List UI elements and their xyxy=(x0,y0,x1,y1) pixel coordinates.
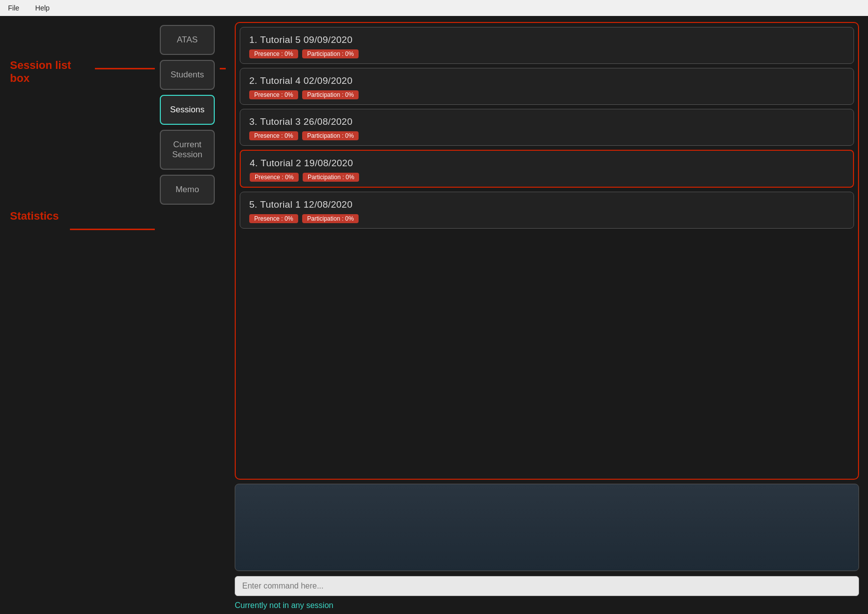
participation-badge: Participation : 0% xyxy=(303,173,359,182)
menu-bar: File Help xyxy=(0,0,868,16)
command-bar xyxy=(235,576,859,596)
session-badges: Presence : 0%Participation : 0% xyxy=(249,214,845,223)
sidebar: ATAS Students Sessions Current Session M… xyxy=(155,16,220,614)
detail-area xyxy=(235,484,859,571)
status-text: Currently not in any session xyxy=(235,601,333,610)
session-item[interactable]: 4. Tutorial 2 19/08/2020Presence : 0%Par… xyxy=(240,150,854,188)
participation-badge: Participation : 0% xyxy=(302,214,359,223)
presence-badge: Presence : 0% xyxy=(249,90,298,99)
presence-badge: Presence : 0% xyxy=(249,131,298,140)
session-badges: Presence : 0%Participation : 0% xyxy=(249,131,845,140)
nav-btn-students[interactable]: Students xyxy=(160,60,215,90)
participation-badge: Participation : 0% xyxy=(302,131,359,140)
session-item[interactable]: 5. Tutorial 1 12/08/2020Presence : 0%Par… xyxy=(240,192,854,229)
status-bar: Currently not in any session xyxy=(226,599,868,614)
session-title: 5. Tutorial 1 12/08/2020 xyxy=(249,199,845,210)
nav-btn-current-session[interactable]: Current Session xyxy=(160,130,215,170)
session-badges: Presence : 0%Participation : 0% xyxy=(249,90,845,99)
session-title: 1. Tutorial 5 09/09/2020 xyxy=(249,34,845,45)
menu-file[interactable]: File xyxy=(0,3,27,13)
nav-btn-sessions[interactable]: Sessions xyxy=(160,95,215,125)
session-title: 2. Tutorial 4 02/09/2020 xyxy=(249,75,845,86)
nav-btn-atas[interactable]: ATAS xyxy=(160,25,215,55)
presence-badge: Presence : 0% xyxy=(249,214,298,223)
annotation-statistics: Statistics xyxy=(10,210,59,223)
menu-help[interactable]: Help xyxy=(27,3,58,13)
session-list-box: 1. Tutorial 5 09/09/2020Presence : 0%Par… xyxy=(235,22,859,480)
session-item[interactable]: 2. Tutorial 4 02/09/2020Presence : 0%Par… xyxy=(240,68,854,105)
session-badges: Presence : 0%Participation : 0% xyxy=(249,49,845,58)
participation-badge: Participation : 0% xyxy=(302,49,359,58)
session-title: 4. Tutorial 2 19/08/2020 xyxy=(250,158,844,169)
session-badges: Presence : 0%Participation : 0% xyxy=(250,173,844,182)
session-item[interactable]: 3. Tutorial 3 26/08/2020Presence : 0%Par… xyxy=(240,109,854,146)
main-content: 1. Tutorial 5 09/09/2020Presence : 0%Par… xyxy=(226,16,868,614)
nav-btn-memo[interactable]: Memo xyxy=(160,175,215,205)
presence-badge: Presence : 0% xyxy=(249,49,298,58)
presence-badge: Presence : 0% xyxy=(250,173,299,182)
session-title: 3. Tutorial 3 26/08/2020 xyxy=(249,116,845,127)
participation-badge: Participation : 0% xyxy=(302,90,359,99)
command-input[interactable] xyxy=(235,577,859,596)
session-item[interactable]: 1. Tutorial 5 09/09/2020Presence : 0%Par… xyxy=(240,27,854,64)
annotation-session-list-box: Session listbox xyxy=(10,59,71,85)
